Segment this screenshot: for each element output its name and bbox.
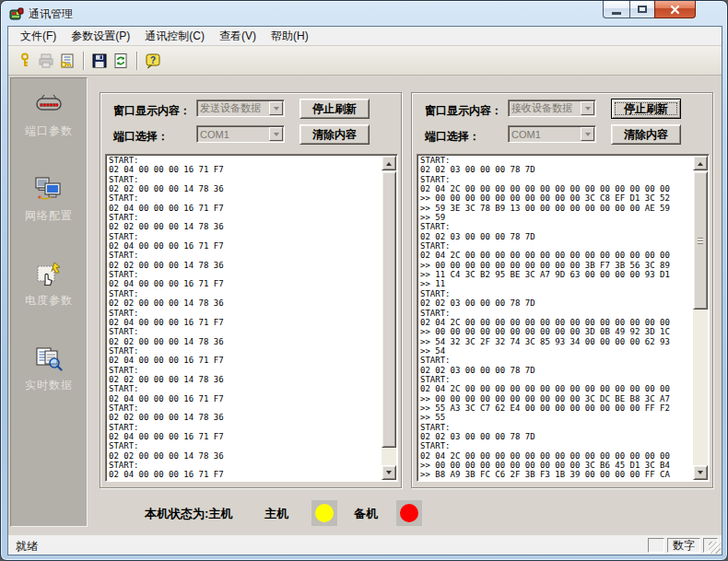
triangle-up-icon xyxy=(386,159,392,166)
sidebar-item-label: 电度参数 xyxy=(11,293,87,309)
backup-status-light xyxy=(400,504,418,522)
scroll-thumb[interactable] xyxy=(693,171,708,310)
svg-text:?: ? xyxy=(150,55,156,65)
close-button[interactable] xyxy=(654,1,696,18)
energy-hand-icon xyxy=(34,259,64,288)
menu-view[interactable]: 查看(V) xyxy=(212,27,264,46)
caption-buttons xyxy=(604,1,696,18)
triangle-up-icon xyxy=(698,159,703,166)
realtime-search-icon xyxy=(34,344,64,373)
focus-rectangle xyxy=(615,102,677,115)
help-button[interactable]: ? xyxy=(143,51,163,71)
sidebar-item-realtime-data[interactable]: 实时数据 xyxy=(11,344,87,428)
sidebar: 端口参数 网络配置 xyxy=(10,77,88,527)
status-ready-text: 就绪 xyxy=(16,539,38,555)
clear-content-button[interactable]: 清除内容 xyxy=(611,124,681,145)
status-panel xyxy=(648,538,664,553)
stop-refresh-button[interactable]: 停止刷新 xyxy=(299,99,370,119)
triangle-down-icon xyxy=(386,471,392,477)
menu-parameter-settings[interactable]: 参数设置(P) xyxy=(64,27,137,46)
port-device-icon xyxy=(34,89,64,119)
menubar: 文件(F) 参数设置(P) 通讯控制(C) 查看(V) 帮助(H) xyxy=(8,27,722,46)
sidebar-item-network-config[interactable]: 网络配置 xyxy=(11,174,87,259)
sidebar-item-label: 端口参数 xyxy=(11,123,87,139)
sidebar-item-energy-params[interactable]: 电度参数 xyxy=(11,259,87,344)
minimize-button[interactable] xyxy=(603,1,630,18)
key-icon xyxy=(17,53,33,69)
display-content-label: 窗口显示内容： xyxy=(113,103,191,119)
resize-grip[interactable] xyxy=(709,542,721,554)
key-list-icon xyxy=(59,53,76,69)
machine-status-label: 本机状态为:主机 xyxy=(145,506,232,522)
toolbar-separator xyxy=(136,52,138,70)
toolbar: ? xyxy=(8,46,722,76)
send-data-panel: 窗口显示内容： 发送设备数据 停止刷新 端口选择： COM1 清除内容 STAR… xyxy=(100,92,402,488)
port-select[interactable]: COM1 xyxy=(196,125,285,143)
menu-help[interactable]: 帮助(H) xyxy=(264,27,316,46)
primary-status-light xyxy=(315,504,334,522)
primary-indicator xyxy=(311,500,337,526)
triangle-down-icon xyxy=(698,471,703,477)
param-config-button[interactable] xyxy=(57,51,77,71)
scroll-up-button[interactable] xyxy=(382,156,396,170)
port-select-label: 端口选择： xyxy=(113,129,169,145)
scroll-thumb[interactable] xyxy=(382,171,396,448)
vertical-scrollbar[interactable] xyxy=(382,156,396,480)
send-log-area: START: 02 04 00 00 00 16 71 F7 START: 02… xyxy=(105,154,398,482)
chevron-down-icon xyxy=(581,127,594,141)
window-title: 通讯管理 xyxy=(29,6,73,22)
help-icon: ? xyxy=(145,53,161,69)
sidebar-item-port-params[interactable]: 端口参数 xyxy=(11,89,87,174)
receive-data-panel: 窗口显示内容： 接收设备数据 停止刷新 端口选择： COM1 清除内容 STAR… xyxy=(411,92,713,488)
sidebar-item-label: 网络配置 xyxy=(11,208,87,224)
sidebar-item-label: 实时数据 xyxy=(11,378,87,393)
receive-log-text: START: 02 02 03 00 00 00 78 7D START: 02… xyxy=(420,156,692,480)
save-icon xyxy=(91,53,108,69)
stop-refresh-button[interactable]: 停止刷新 xyxy=(611,99,681,119)
chevron-down-icon xyxy=(581,101,594,115)
backup-machine-label: 备机 xyxy=(354,506,378,522)
scroll-down-button[interactable] xyxy=(382,465,396,480)
clear-content-button[interactable]: 清除内容 xyxy=(299,124,370,145)
vertical-scrollbar[interactable] xyxy=(693,156,708,480)
close-icon xyxy=(670,5,680,15)
toolbar-separator xyxy=(83,52,85,70)
num-lock-indicator: 数字 xyxy=(667,538,700,553)
save-button[interactable] xyxy=(89,51,110,71)
key-button[interactable] xyxy=(15,51,35,71)
display-content-select[interactable]: 发送设备数据 xyxy=(196,99,285,117)
scroll-up-button[interactable] xyxy=(693,156,708,170)
maximize-button[interactable] xyxy=(629,1,655,18)
send-log-text: START: 02 04 00 00 00 16 71 F7 START: 02… xyxy=(109,156,381,480)
menu-file[interactable]: 文件(F) xyxy=(13,27,64,46)
app-icon xyxy=(9,6,24,21)
refresh-doc-icon xyxy=(112,53,129,69)
app-window: 通讯管理 文件(F) 参数设置(P) 通讯控制(C) 查看(V) 帮助(H) xyxy=(0,0,728,561)
chevron-down-icon xyxy=(269,101,283,115)
primary-machine-label: 主机 xyxy=(264,506,288,522)
app-frame: 文件(F) 参数设置(P) 通讯控制(C) 查看(V) 帮助(H) xyxy=(7,26,722,555)
port-select-label: 端口选择： xyxy=(425,129,480,145)
client-area: 端口参数 网络配置 xyxy=(8,76,722,534)
receive-log-area: START: 02 02 03 00 00 00 78 7D START: 02… xyxy=(417,154,710,482)
titlebar[interactable]: 通讯管理 xyxy=(1,1,727,26)
display-content-label: 窗口显示内容： xyxy=(425,103,502,119)
scroll-down-button[interactable] xyxy=(693,465,708,480)
statusbar: 就绪 数字 xyxy=(8,534,722,555)
port-select[interactable]: COM1 xyxy=(508,125,596,143)
display-content-select[interactable]: 接收设备数据 xyxy=(508,99,596,117)
chevron-down-icon xyxy=(269,127,283,141)
maximize-icon xyxy=(638,6,647,13)
print-button xyxy=(36,51,56,71)
printer-icon xyxy=(38,53,54,69)
refresh-button[interactable] xyxy=(111,51,131,71)
minimize-icon xyxy=(612,12,621,15)
menu-comm-control[interactable]: 通讯控制(C) xyxy=(137,27,212,46)
backup-indicator xyxy=(396,500,422,526)
network-computers-icon xyxy=(34,174,64,204)
